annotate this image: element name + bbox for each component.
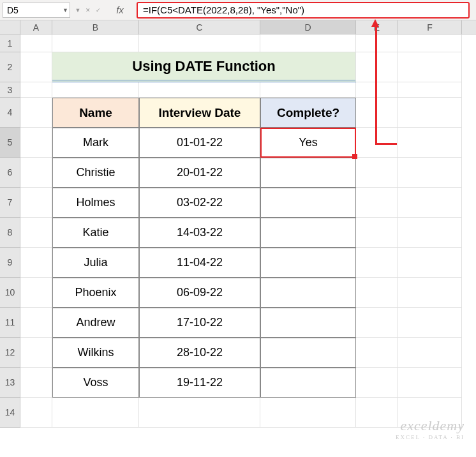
cell-A12[interactable] xyxy=(20,338,52,368)
row-header-12[interactable]: 12 xyxy=(0,338,20,368)
cell-C11[interactable]: 17-10-22 xyxy=(139,308,260,338)
col-header-A[interactable]: A xyxy=(20,20,52,34)
cell-D13[interactable] xyxy=(260,368,356,398)
col-header-F[interactable]: F xyxy=(398,20,462,34)
cell-E12[interactable] xyxy=(356,338,398,368)
cell-E11[interactable] xyxy=(356,308,398,338)
name-box-dropdown-icon[interactable]: ▼ xyxy=(63,7,68,13)
row-header-2[interactable]: 2 xyxy=(0,52,20,82)
row-header-7[interactable]: 7 xyxy=(0,188,20,218)
cell-E3[interactable] xyxy=(356,82,398,98)
cell-A14[interactable] xyxy=(20,398,52,428)
cell-F12[interactable] xyxy=(398,338,462,368)
cell-F2[interactable] xyxy=(398,52,462,82)
cell-E1[interactable] xyxy=(356,34,398,52)
cell-E14[interactable] xyxy=(356,398,398,428)
cell-C3[interactable] xyxy=(139,82,260,98)
header-complete[interactable]: Complete? xyxy=(260,98,356,128)
cell-F5[interactable] xyxy=(398,128,462,158)
cell-F7[interactable] xyxy=(398,188,462,218)
row-header-1[interactable]: 1 xyxy=(0,34,20,52)
cell-A2[interactable] xyxy=(20,52,52,82)
cell-A9[interactable] xyxy=(20,248,52,278)
cell-D3[interactable] xyxy=(260,82,356,98)
formula-bar[interactable]: =IF(C5<DATE(2022,8,28), "Yes","No") xyxy=(137,2,470,19)
cell-B12[interactable]: Wilkins xyxy=(52,338,139,368)
check-icon[interactable]: ✓ xyxy=(93,3,103,17)
row-header-5[interactable]: 5 xyxy=(0,128,20,158)
cell-A13[interactable] xyxy=(20,368,52,398)
cell-C6[interactable]: 20-01-22 xyxy=(139,158,260,188)
cell-F4[interactable] xyxy=(398,98,462,128)
fx-icon[interactable]: fx xyxy=(111,4,129,15)
col-header-D[interactable]: D xyxy=(260,20,356,34)
cell-C12[interactable]: 28-10-22 xyxy=(139,338,260,368)
row-header-14[interactable]: 14 xyxy=(0,398,20,428)
cancel-icon[interactable]: ✕ xyxy=(83,3,93,17)
cell-D11[interactable] xyxy=(260,308,356,338)
row-header-13[interactable]: 13 xyxy=(0,368,20,398)
cell-E8[interactable] xyxy=(356,218,398,248)
cell-A6[interactable] xyxy=(20,158,52,188)
cell-C7[interactable]: 03-02-22 xyxy=(139,188,260,218)
header-interview-date[interactable]: Interview Date xyxy=(139,98,260,128)
cell-C1[interactable] xyxy=(139,34,260,52)
cell-B7[interactable]: Holmes xyxy=(52,188,139,218)
cell-B8[interactable]: Katie xyxy=(52,218,139,248)
cell-F11[interactable] xyxy=(398,308,462,338)
cell-E7[interactable] xyxy=(356,188,398,218)
cell-B9[interactable]: Julia xyxy=(52,248,139,278)
cell-A8[interactable] xyxy=(20,218,52,248)
row-header-9[interactable]: 9 xyxy=(0,248,20,278)
cell-A11[interactable] xyxy=(20,308,52,338)
cell-F6[interactable] xyxy=(398,158,462,188)
cell-B14[interactable] xyxy=(52,398,139,428)
cell-D5-selected[interactable]: Yes xyxy=(260,128,356,158)
title-cell[interactable]: Using DATE Function xyxy=(52,52,356,82)
cell-B3[interactable] xyxy=(52,82,139,98)
cell-B11[interactable]: Andrew xyxy=(52,308,139,338)
header-name[interactable]: Name xyxy=(52,98,139,128)
cell-D8[interactable] xyxy=(260,218,356,248)
cell-D10[interactable] xyxy=(260,278,356,308)
cell-C10[interactable]: 06-09-22 xyxy=(139,278,260,308)
row-header-4[interactable]: 4 xyxy=(0,98,20,128)
cell-A3[interactable] xyxy=(20,82,52,98)
row-header-6[interactable]: 6 xyxy=(0,158,20,188)
cell-C9[interactable]: 11-04-22 xyxy=(139,248,260,278)
cell-E10[interactable] xyxy=(356,278,398,308)
cell-D12[interactable] xyxy=(260,338,356,368)
cell-A7[interactable] xyxy=(20,188,52,218)
cell-F13[interactable] xyxy=(398,368,462,398)
cell-C14[interactable] xyxy=(139,398,260,428)
cell-E4[interactable] xyxy=(356,98,398,128)
cell-D9[interactable] xyxy=(260,248,356,278)
select-all-corner[interactable] xyxy=(0,20,20,34)
cell-F10[interactable] xyxy=(398,278,462,308)
cell-E13[interactable] xyxy=(356,368,398,398)
cell-E6[interactable] xyxy=(356,158,398,188)
row-header-11[interactable]: 11 xyxy=(0,308,20,338)
name-box[interactable]: D5 ▼ xyxy=(3,3,70,18)
cell-D1[interactable] xyxy=(260,34,356,52)
cell-B5[interactable]: Mark xyxy=(52,128,139,158)
row-header-8[interactable]: 8 xyxy=(0,218,20,248)
cell-D14[interactable] xyxy=(260,398,356,428)
row-header-10[interactable]: 10 xyxy=(0,278,20,308)
cell-E9[interactable] xyxy=(356,248,398,278)
cell-B6[interactable]: Christie xyxy=(52,158,139,188)
cell-C8[interactable]: 14-03-22 xyxy=(139,218,260,248)
cell-B13[interactable]: Voss xyxy=(52,368,139,398)
cell-F8[interactable] xyxy=(398,218,462,248)
cell-F1[interactable] xyxy=(398,34,462,52)
fill-handle[interactable] xyxy=(352,154,357,159)
cell-A1[interactable] xyxy=(20,34,52,52)
cell-F9[interactable] xyxy=(398,248,462,278)
chevron-down-icon[interactable]: ▼ xyxy=(73,3,83,17)
cell-A5[interactable] xyxy=(20,128,52,158)
col-header-B[interactable]: B xyxy=(52,20,139,34)
cell-C13[interactable]: 19-11-22 xyxy=(139,368,260,398)
row-header-3[interactable]: 3 xyxy=(0,82,20,98)
cell-F3[interactable] xyxy=(398,82,462,98)
cell-B10[interactable]: Phoenix xyxy=(52,278,139,308)
